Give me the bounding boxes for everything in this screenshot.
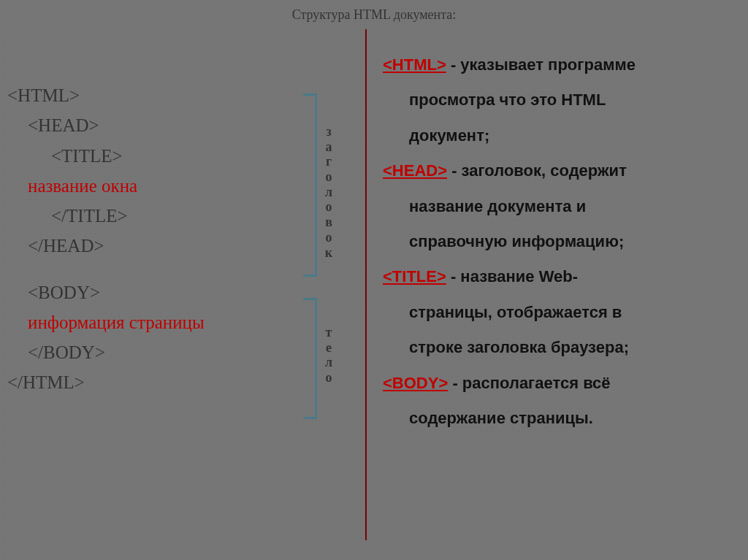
desc-text: - указывает программе: [446, 55, 636, 74]
code-line: информация страницы: [7, 307, 307, 337]
vertical-divider: [365, 29, 367, 540]
desc-text: - заголовок, содержит: [447, 161, 627, 180]
tag-title: <TITLE>: [383, 267, 446, 285]
bracket-body: [303, 298, 317, 419]
code-line: название окна: [7, 171, 307, 201]
code-line: </TITLE>: [7, 201, 307, 231]
label-body: тело: [321, 325, 336, 386]
tag-head: <HEAD>: [383, 161, 447, 180]
label-header: заголовок: [321, 124, 336, 260]
tag-body: <BODY>: [383, 374, 448, 392]
desc-title: <TITLE> - название Web- страницы, отобра…: [383, 259, 737, 365]
desc-text: название документа и: [383, 189, 737, 224]
code-line: <HTML>: [7, 80, 307, 110]
code-line: <HEAD>: [7, 110, 307, 140]
desc-head: <HEAD> - заголовок, содержит название до…: [383, 153, 737, 259]
descriptions: <HTML> - указывает программе просмотра ч…: [383, 47, 737, 436]
code-line: </HTML>: [7, 367, 307, 397]
code-sample: <HTML> <HEAD> <TITLE> название окна </TI…: [7, 80, 307, 398]
page-title: Структура HTML документа:: [0, 0, 748, 23]
tag-html: <HTML>: [383, 55, 446, 74]
code-line: <BODY>: [7, 277, 307, 307]
desc-text: строке заголовка браузера;: [383, 330, 737, 365]
desc-text: содержание страницы.: [383, 401, 737, 436]
desc-text: - располагается всё: [448, 374, 610, 392]
code-line: </BODY>: [7, 337, 307, 367]
desc-text: документ;: [383, 118, 737, 153]
bracket-header: [303, 93, 317, 277]
code-line: </HEAD>: [7, 231, 307, 261]
desc-body: <BODY> - располагается всё содержание ст…: [383, 366, 737, 437]
desc-text: справочную информацию;: [383, 224, 737, 259]
desc-text: страницы, отображается в: [383, 295, 737, 330]
desc-text: - название Web-: [446, 267, 578, 285]
desc-html: <HTML> - указывает программе просмотра ч…: [383, 47, 737, 153]
code-line: <TITLE>: [7, 141, 307, 171]
desc-text: просмотра что это HTML: [383, 83, 737, 118]
